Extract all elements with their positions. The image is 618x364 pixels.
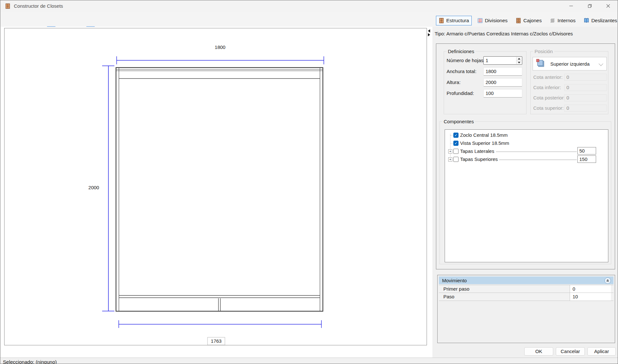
- cota-posterior-label: Cota posterior:: [533, 94, 565, 101]
- ok-button[interactable]: OK: [524, 347, 553, 356]
- closet-outline: [116, 68, 323, 311]
- numero-de-hojas-input[interactable]: 1: [483, 56, 522, 65]
- primer-paso-value-input[interactable]: 0: [570, 285, 611, 293]
- triangle-down-icon: [518, 62, 520, 63]
- drawing-canvas[interactable]: 1800 2000 1763: [4, 28, 427, 345]
- tab-divisiones[interactable]: Divisiones: [475, 16, 510, 25]
- position-corner-icon: [536, 59, 546, 69]
- grid-frame-icon: [477, 18, 483, 23]
- movimiento-title: Movimiento: [442, 278, 467, 283]
- paso-label: Paso: [443, 293, 454, 300]
- definiciones-title: Definiciones: [447, 49, 476, 54]
- cota-anterior-input: 0: [564, 74, 607, 81]
- closet-type-label: Tipo: Armario c/Puertas Corredizas Inter…: [435, 31, 573, 36]
- tree-item-zoclo-central[interactable]: ✓ Zoclo Central 18.5mm: [445, 131, 608, 139]
- cota-anterior-label: Cota anterior:: [533, 74, 563, 81]
- tab-label: Estructura: [446, 18, 469, 23]
- chevron-up-double-icon: [606, 279, 610, 283]
- movimiento-header[interactable]: Movimiento: [439, 276, 613, 284]
- minimize-icon: [569, 4, 573, 8]
- app-window: Constructor de Closets: [0, 0, 618, 364]
- closet-top-strip: [116, 70, 323, 71]
- dim-height-left-label: 2000: [88, 185, 99, 190]
- spin-up-button[interactable]: [516, 57, 522, 61]
- tab-label: Divisiones: [485, 18, 508, 23]
- splitter-expand-right-icon[interactable]: [428, 33, 430, 36]
- cota-posterior-input: 0: [564, 94, 607, 101]
- definiciones-group: Definiciones Número de hojas: 1 Anchura …: [444, 51, 526, 114]
- cancel-button[interactable]: Cancelar: [556, 347, 585, 356]
- tab-internos[interactable]: Internos: [547, 16, 578, 25]
- expand-plus-icon[interactable]: +: [448, 149, 452, 154]
- apply-button[interactable]: Aplicar: [587, 347, 616, 356]
- dim-width-bottom-box[interactable]: 1763: [208, 337, 225, 345]
- chevron-down-icon: [599, 61, 603, 66]
- close-icon: [606, 4, 610, 8]
- spin-down-button[interactable]: [516, 61, 522, 64]
- componentes-title: Componentes: [442, 119, 475, 124]
- closet-side-panels: [119, 68, 320, 311]
- window-title: Constructor de Closets: [14, 0, 63, 12]
- properties-panel: Definiciones Número de hojas: 1 Anchura …: [436, 43, 615, 269]
- componentes-group: Componentes ✓ Zoclo Central 18.5mm ✓ Vis…: [439, 121, 611, 264]
- selection-status: Seleccionado: (ninguno): [3, 359, 57, 364]
- dim-width-top-label: 1800: [215, 44, 225, 50]
- tab-label: Internos: [557, 18, 575, 23]
- cota-inferior-label: Cota inferior:: [533, 84, 561, 91]
- altura-input[interactable]: 2000: [483, 78, 522, 87]
- splitter-collapse-left-icon[interactable]: [428, 29, 430, 33]
- shelves-icon: [550, 18, 555, 23]
- checkbox-checked[interactable]: ✓: [453, 133, 459, 138]
- anchura-total-input[interactable]: 1800: [483, 67, 522, 76]
- door-icon: [439, 18, 444, 23]
- title-bar: Constructor de Closets: [0, 0, 618, 12]
- triangle-up-icon: [518, 58, 520, 60]
- tapas-superiores-value-input[interactable]: 150: [577, 155, 596, 163]
- profundidad-label: Profundidad:: [447, 89, 474, 98]
- restore-button[interactable]: [582, 0, 597, 12]
- close-button[interactable]: [601, 0, 615, 12]
- primer-paso-label: Primer paso: [443, 285, 469, 293]
- checkbox-unchecked[interactable]: [453, 157, 459, 162]
- posicion-title: Posición: [533, 49, 554, 54]
- minimize-button[interactable]: [564, 0, 578, 12]
- movimiento-panel: Movimiento Primer paso 0 Paso 10: [437, 275, 615, 343]
- numero-de-hojas-label: Número de hojas:: [447, 56, 485, 65]
- restore-icon: [588, 4, 592, 8]
- checkbox-unchecked[interactable]: [453, 149, 459, 154]
- tab-deslizantes[interactable]: Deslizantes: [581, 16, 618, 25]
- drawer-icon: [516, 18, 521, 23]
- posicion-selected-option: Superior izquierda: [550, 61, 590, 67]
- tree-item-vista-superior[interactable]: ✓ Vista Superior 18.5mm: [445, 139, 608, 147]
- leader-line: [499, 160, 577, 160]
- closet-drawing: 1800 2000 1763: [5, 28, 427, 345]
- anchura-total-label: Anchura total:: [447, 67, 477, 76]
- tab-cajones[interactable]: Cajones: [513, 16, 544, 25]
- componentes-tree: ✓ Zoclo Central 18.5mm ✓ Vista Superior …: [445, 129, 608, 262]
- movimiento-row: Paso 10: [439, 293, 613, 301]
- posicion-dropdown[interactable]: Superior izquierda: [533, 57, 607, 70]
- leader-line: [496, 152, 577, 152]
- posicion-group: Posición Superior izquierda Cota anterio…: [530, 51, 608, 114]
- cota-superior-input: 0: [564, 105, 607, 112]
- status-bar: Seleccionado: (ninguno): [0, 358, 618, 364]
- tab-estructura[interactable]: Estructura: [436, 16, 472, 25]
- app-icon: [5, 3, 11, 9]
- dim-width-bottom-label: 1763: [211, 338, 221, 344]
- altura-label: Altura:: [447, 78, 460, 87]
- sliding-doors-icon: [584, 18, 589, 23]
- expand-plus-icon[interactable]: +: [448, 157, 452, 162]
- closet-bottom-deck: [119, 295, 320, 298]
- paso-value-input[interactable]: 10: [570, 293, 611, 301]
- movimiento-row: Primer paso 0: [439, 285, 613, 293]
- tab-label: Cajones: [523, 18, 542, 23]
- tab-label: Deslizantes: [591, 18, 617, 23]
- collapse-button[interactable]: [604, 277, 611, 284]
- checkbox-checked[interactable]: ✓: [453, 141, 459, 146]
- mode-tabs: Estructura Divisiones Cajones Internos D…: [436, 16, 618, 25]
- cota-superior-label: Cota superior:: [533, 105, 564, 112]
- cota-inferior-input: 0: [564, 84, 607, 91]
- tapas-laterales-value-input[interactable]: 50: [577, 147, 596, 154]
- zoclo-central-divider: [218, 298, 220, 311]
- profundidad-input[interactable]: 100: [483, 89, 522, 98]
